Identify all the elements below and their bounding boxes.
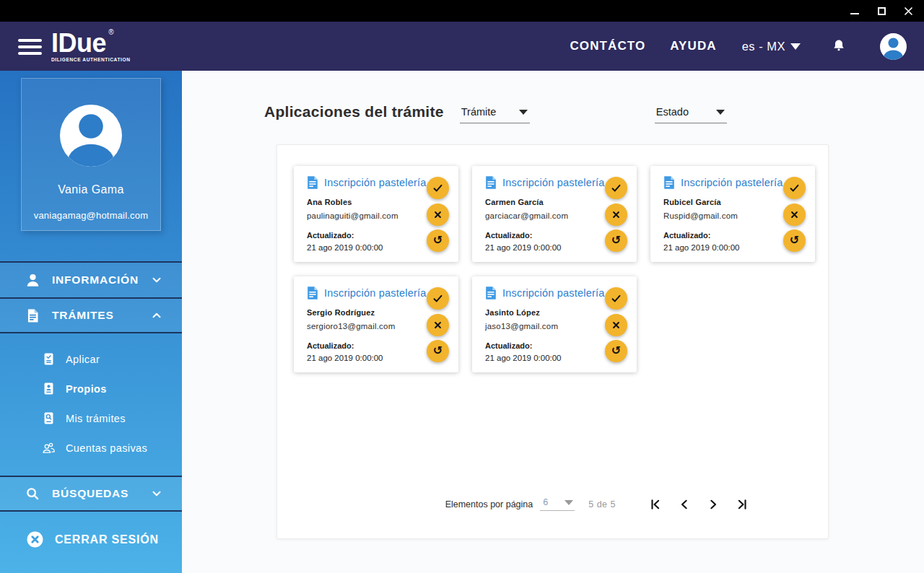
sidebar-item-label: INFORMACIÓN [52,274,139,286]
card-person-icon [40,381,56,396]
reject-button[interactable] [427,204,449,226]
undo-icon: ↺ [611,235,621,246]
chevron-right-icon [707,498,720,511]
window-maximize-button[interactable] [876,5,887,17]
sidebar-item-cuentas-pasivas[interactable]: Cuentas pasivas [40,433,182,463]
tramite-filter-select[interactable]: Trámite [460,106,530,123]
approve-button[interactable] [605,177,627,199]
undo-icon: ↺ [433,345,443,357]
undo-button[interactable]: ↺ [605,229,627,252]
sidebar-item-label: Mis trámites [66,413,126,424]
approve-button[interactable] [783,177,806,199]
user-avatar[interactable] [880,33,907,60]
applications-panel: Inscripción pastelería Ana Robles paulin… [276,144,829,539]
chevron-down-icon [790,43,801,50]
chevron-down-icon [150,274,163,286]
avatar-icon [880,33,907,60]
window-titlebar [0,0,924,22]
logout-button[interactable]: CERRAR SESIÓN [0,530,182,548]
language-selector[interactable]: es - MX [742,40,801,53]
person-icon [23,272,42,289]
chevron-down-icon [150,487,163,500]
applicant-email: sergioro13@gmail.com [307,322,427,331]
close-icon [903,6,914,17]
x-icon [432,320,443,331]
updated-date: 21 ago 2019 0:00:00 [485,354,605,362]
document-icon [485,286,497,300]
reject-button[interactable] [783,204,806,226]
nav-ayuda[interactable]: AYUDA [670,39,716,53]
people-group-icon [40,440,56,455]
items-per-page-select[interactable]: 6 [540,497,575,511]
document-icon [663,175,675,190]
window-close-button[interactable] [902,5,914,17]
updated-label: Actualizado: [485,341,605,350]
next-page-button[interactable] [707,498,720,511]
application-title-link[interactable]: Inscripción pastelería [663,175,783,190]
applicant-name: Sergio Rodríguez [307,308,427,317]
undo-button[interactable]: ↺ [605,340,627,362]
profile-avatar [60,105,122,167]
sidebar-item-busquedas[interactable]: BÚSQUEDAS [0,476,182,512]
undo-button[interactable]: ↺ [427,340,449,362]
sidebar-item-label: Cuentas pasivas [66,442,147,454]
tramites-submenu: Aplicar Propios Mis trámites [0,333,182,476]
sidebar-item-tramites[interactable]: TRÁMITES [0,297,182,333]
check-icon [610,292,622,305]
last-page-icon [736,498,749,511]
undo-icon: ↺ [611,345,621,357]
application-card: Inscripción pastelería Sergio Rodríguez … [294,276,458,372]
application-title-link[interactable]: Inscripción pastelería [307,286,427,300]
application-title-link[interactable]: Inscripción pastelería [485,175,605,190]
approve-button[interactable] [427,177,449,199]
undo-icon: ↺ [433,235,443,246]
tramite-filter-label: Trámite [461,106,497,118]
app-logo: IDue® DILIGENCE AUTHENTICATION [51,30,131,63]
chevron-left-icon [678,498,691,511]
sidebar-item-label: BÚSQUEDAS [52,487,128,500]
updated-date: 21 ago 2019 0:00:00 [485,243,605,252]
items-per-page-label: Elementos por página [445,499,533,509]
sidebar-item-informacion[interactable]: INFORMACIÓN [0,261,182,297]
items-per-page-value: 6 [543,497,548,507]
reject-button[interactable] [427,314,449,336]
sidebar: Vania Gama vaniagamag@hotmail.com INFORM… [0,71,182,573]
document-icon [307,286,318,300]
previous-page-button[interactable] [678,498,691,511]
last-page-button[interactable] [736,498,749,511]
nav-contacto[interactable]: CONTÁCTO [570,39,645,53]
chevron-down-icon [716,110,725,115]
sidebar-item-propios[interactable]: Propios [40,374,182,403]
window-minimize-button[interactable] [849,5,860,17]
first-page-button[interactable] [649,498,662,511]
approve-button[interactable] [427,287,449,310]
approve-button[interactable] [605,287,627,310]
estado-filter-select[interactable]: Estado [655,106,727,123]
application-card: Inscripción pastelería Rubicel García Ru… [650,166,815,262]
x-icon [789,209,800,220]
notifications-button[interactable] [831,38,847,55]
check-icon [432,182,444,194]
updated-date: 21 ago 2019 0:00:00 [307,243,427,252]
sidebar-item-aplicar[interactable]: Aplicar [40,344,182,374]
reject-button[interactable] [605,204,627,226]
application-title-link[interactable]: Inscripción pastelería [307,175,427,190]
profile-name: Vania Gama [58,183,124,196]
undo-button[interactable]: ↺ [427,229,449,252]
logo-title: IDue® [51,30,106,56]
sidebar-item-mis-tramites[interactable]: Mis trámites [40,403,182,433]
logout-icon [26,530,44,548]
x-icon [611,320,622,331]
applicant-name: Jasinto López [485,308,605,317]
chevron-down-icon [565,500,573,505]
menu-icon[interactable] [18,39,42,55]
application-card: Inscripción pastelería Jasinto López jas… [472,276,637,372]
applicant-email: garciacar@gmail.com [485,211,605,220]
reject-button[interactable] [605,314,627,336]
undo-button[interactable]: ↺ [783,229,806,252]
updated-date: 21 ago 2019 0:00:00 [307,354,427,362]
profile-email: vaniagamag@hotmail.com [34,210,149,221]
cards-grid: Inscripción pastelería Ana Robles paulin… [277,145,828,372]
application-title-link[interactable]: Inscripción pastelería [485,286,605,300]
check-icon [610,182,622,194]
